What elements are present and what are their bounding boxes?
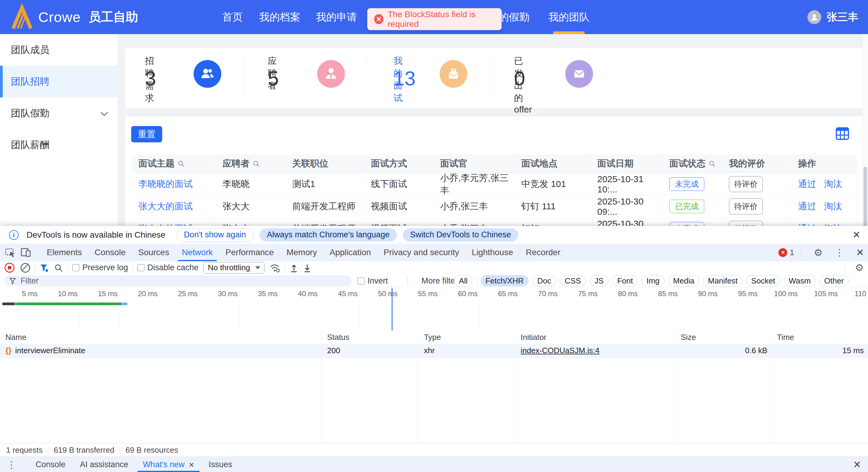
preserve-log-checkbox[interactable]: Preserve log bbox=[72, 263, 128, 272]
invert-input[interactable] bbox=[358, 277, 365, 285]
devtools-tab[interactable]: Privacy and security bbox=[377, 244, 466, 261]
search-icon[interactable] bbox=[178, 160, 185, 167]
eliminate-link[interactable]: 淘汰 bbox=[824, 200, 842, 213]
devtools-tab[interactable]: Network bbox=[176, 244, 219, 261]
invert-checkbox[interactable]: Invert bbox=[358, 274, 388, 288]
drawer-tab[interactable]: Issues bbox=[202, 457, 239, 472]
eliminate-link[interactable]: 淘汰 bbox=[824, 178, 842, 190]
devtools-tab[interactable]: Console bbox=[88, 244, 132, 261]
notice-action-button[interactable]: Always match Chrome's language bbox=[259, 228, 397, 242]
evaluate-button[interactable]: 待评价 bbox=[729, 199, 763, 214]
pass-link[interactable]: 通过 bbox=[798, 178, 816, 190]
interview-topic-link[interactable]: 李晓晓的面试 bbox=[138, 178, 193, 190]
settings-gear-icon[interactable]: ⚙ bbox=[814, 247, 823, 259]
timeline-tick-label: 85 ms bbox=[638, 290, 680, 298]
devtools-tab[interactable]: Memory bbox=[280, 244, 323, 261]
devtools-tab[interactable]: Lighthouse bbox=[466, 244, 520, 261]
disable-cache-input[interactable] bbox=[137, 264, 145, 271]
drawer-close-icon[interactable]: × bbox=[853, 458, 861, 471]
device-toolbar-icon[interactable] bbox=[21, 247, 31, 258]
column-settings-icon[interactable] bbox=[836, 127, 849, 140]
avatar[interactable] bbox=[807, 10, 821, 24]
filter-input[interactable] bbox=[20, 276, 322, 286]
error-toast: ✕ The BlockStatus field is required bbox=[367, 8, 502, 30]
search-icon[interactable] bbox=[253, 160, 260, 167]
interview-topic-link[interactable]: 张大大的面试 bbox=[138, 223, 193, 226]
request-column-header[interactable]: Size bbox=[681, 330, 696, 344]
pass-link[interactable]: 通过 bbox=[798, 223, 816, 226]
request-type-chip[interactable]: Doc bbox=[532, 275, 556, 287]
request-row[interactable]: {}interviewerEliminate200xhrindex-CODUaS… bbox=[0, 344, 868, 358]
export-har-icon[interactable] bbox=[303, 263, 311, 272]
request-type-chip[interactable]: Socket bbox=[746, 275, 780, 287]
drawer-tab-close-icon[interactable]: × bbox=[189, 460, 194, 470]
devtools-tab[interactable]: Application bbox=[323, 244, 377, 261]
request-type-chip[interactable]: CSS bbox=[560, 275, 586, 287]
nav-item[interactable]: 我的团队 bbox=[549, 0, 589, 34]
request-type-chip[interactable]: Manifest bbox=[703, 275, 742, 287]
page-scrollbar[interactable] bbox=[862, 34, 868, 226]
timeline-tick-label: 55 ms bbox=[398, 290, 440, 298]
notice-action-button[interactable]: Don't show again bbox=[176, 228, 253, 242]
request-column-header[interactable]: Initiator bbox=[521, 330, 546, 344]
request-type-chip[interactable]: All bbox=[454, 275, 472, 287]
request-type-chip[interactable]: Img bbox=[642, 275, 664, 287]
request-column-header[interactable]: Time bbox=[777, 330, 794, 344]
record-network-log-icon[interactable] bbox=[4, 263, 14, 273]
nav-item[interactable]: 首页 bbox=[222, 0, 243, 34]
drawer-tab[interactable]: AI assistance bbox=[73, 457, 136, 472]
eliminate-link[interactable]: 淘汰 bbox=[824, 223, 842, 226]
request-column-header[interactable]: Status bbox=[327, 330, 349, 344]
devtools-menu-icon[interactable]: ⋮ bbox=[835, 247, 844, 258]
table-cell: 钉钉 bbox=[515, 218, 591, 226]
devtools-tab[interactable]: Elements bbox=[40, 244, 88, 261]
import-har-icon[interactable] bbox=[290, 263, 298, 272]
request-column-header[interactable]: Type bbox=[424, 330, 441, 344]
error-count-badge[interactable]: ✕ 1 bbox=[778, 248, 794, 257]
drawer-tab[interactable]: What's new× bbox=[136, 457, 202, 472]
reset-button[interactable]: 重置 bbox=[131, 126, 162, 142]
interviewers-text: 小乔,张三丰 bbox=[440, 223, 488, 226]
request-type-chip[interactable]: Wasm bbox=[784, 275, 815, 287]
request-type-chip[interactable]: JS bbox=[590, 275, 609, 287]
sidebar-item[interactable]: 团队成员 bbox=[0, 34, 118, 66]
clear-network-log-icon[interactable] bbox=[21, 263, 30, 273]
evaluate-button[interactable]: 待评价 bbox=[729, 176, 763, 192]
user-menu[interactable]: 张三丰 bbox=[807, 0, 858, 34]
column-header: 面试方式 bbox=[364, 154, 434, 173]
initiator-link[interactable]: index-CODUaSJM.js:4 bbox=[521, 346, 600, 355]
search-icon[interactable] bbox=[709, 160, 716, 167]
request-column-header[interactable]: Name bbox=[5, 330, 26, 344]
sidebar-item[interactable]: 团队假勤 bbox=[0, 97, 118, 129]
devtools-tab[interactable]: Sources bbox=[132, 244, 176, 261]
evaluate-button[interactable]: 待评价 bbox=[729, 221, 763, 226]
filter-funnel-icon[interactable] bbox=[39, 263, 49, 272]
notice-close-icon[interactable]: × bbox=[852, 228, 860, 241]
request-type-chip[interactable]: Font bbox=[612, 275, 638, 287]
interview-topic-link[interactable]: 张大大的面试 bbox=[138, 200, 193, 213]
devtools-tab[interactable]: Performance bbox=[219, 244, 280, 261]
disable-cache-checkbox[interactable]: Disable cache bbox=[137, 263, 199, 272]
notice-action-button[interactable]: Switch DevTools to Chinese bbox=[403, 228, 518, 242]
devtools-tab[interactable]: Recorder bbox=[520, 244, 567, 261]
inspect-element-icon[interactable] bbox=[5, 247, 16, 258]
table-cell: 视频面试 bbox=[364, 218, 434, 226]
request-type-chip[interactable]: Fetch/XHR bbox=[480, 275, 529, 287]
request-type-chip[interactable]: Other bbox=[819, 275, 849, 287]
throttling-select[interactable]: No throttling bbox=[203, 262, 265, 273]
search-network-icon[interactable] bbox=[54, 263, 63, 272]
drawer-menu-icon[interactable]: ⋮ bbox=[7, 459, 16, 471]
pass-link[interactable]: 通过 bbox=[798, 200, 816, 213]
drawer-tab[interactable]: Console bbox=[28, 457, 73, 472]
candidate-text: 张大大 bbox=[222, 200, 250, 213]
sidebar-item[interactable]: 团队薪酬 bbox=[0, 129, 118, 161]
network-settings-gear-icon[interactable]: ⚙ bbox=[855, 262, 864, 273]
nav-item[interactable]: 我的档案 bbox=[259, 0, 300, 34]
timeline-tick-label: 5 ms bbox=[0, 290, 39, 298]
nav-item[interactable]: 我的申请 bbox=[316, 0, 357, 34]
network-conditions-icon[interactable] bbox=[270, 263, 280, 273]
request-type-chip[interactable]: Media bbox=[669, 275, 700, 287]
sidebar-item[interactable]: 团队招聘 bbox=[0, 66, 118, 97]
devtools-close-icon[interactable]: × bbox=[856, 246, 864, 259]
preserve-log-input[interactable] bbox=[72, 264, 79, 271]
